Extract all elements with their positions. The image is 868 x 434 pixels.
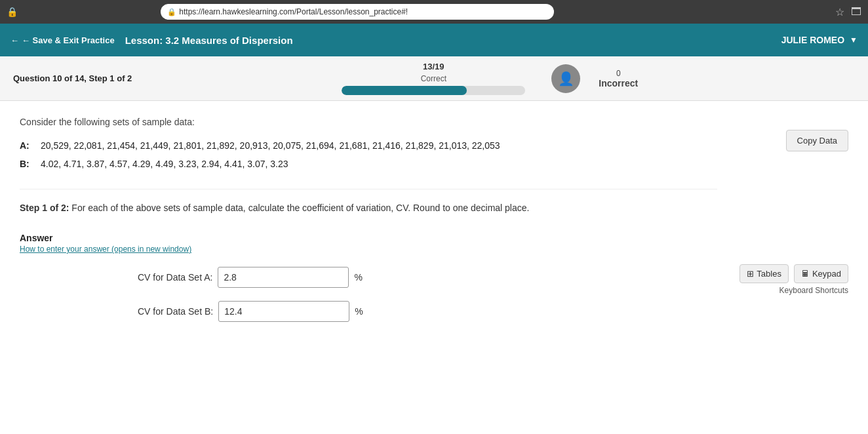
copy-data-button[interactable]: Copy Data [786, 130, 848, 151]
cv-a-input-row: CV for Data Set A: % [138, 267, 717, 288]
dataset-a-values: 20,529, 22,081, 21,454, 21,449, 21,801, … [41, 140, 500, 151]
dataset-b-values: 4.02, 4.71, 3.87, 4.57, 4.29, 4.49, 3.23… [41, 159, 288, 169]
incorrect-label: Incorrect [599, 78, 638, 89]
table-icon: ⊞ [747, 269, 754, 279]
avatar-area: 👤 [551, 64, 580, 93]
answer-heading: Answer [20, 233, 717, 243]
cv-a-percent: % [354, 272, 362, 283]
progress-bar-fill [342, 86, 466, 95]
incorrect-count: 0 [616, 69, 621, 78]
progress-label: 13/19 [423, 62, 444, 71]
lock-icon: 🔒 [7, 7, 18, 17]
keypad-icon: 🖩 [801, 269, 810, 279]
cv-b-input-row: CV for Data Set B: % [138, 301, 717, 322]
sub-header: Question 10 of 14, Step 1 of 2 13/19 Cor… [0, 56, 868, 101]
cv-b-label: CV for Data Set B: [138, 306, 213, 317]
dataset-a-row: A: 20,529, 22,081, 21,454, 21,449, 21,80… [20, 140, 717, 151]
url-bar: 🔒 https://learn.hawkeslearning.com/Porta… [161, 4, 554, 20]
back-arrow-icon: ← [10, 35, 19, 45]
browser-icons: ☆ 🗖 [835, 6, 861, 18]
cv-b-input[interactable] [218, 301, 349, 322]
tables-label: Tables [757, 269, 781, 279]
correct-sublabel: Correct [421, 74, 446, 83]
consider-text: Consider the following sets of sample da… [20, 117, 717, 127]
back-label: ← Save & Exit Practice [22, 35, 115, 45]
user-area: JULIE ROMEO ▼ [781, 35, 858, 45]
tools-row: ⊞ Tables 🖩 Keypad [740, 264, 848, 283]
back-button[interactable]: ← ← Save & Exit Practice [10, 35, 115, 45]
cv-b-percent: % [355, 306, 363, 317]
tables-button[interactable]: ⊞ Tables [740, 264, 789, 283]
keypad-label: Keypad [812, 269, 841, 279]
step-rest: For each of the above sets of sample dat… [69, 203, 529, 213]
answer-link[interactable]: How to enter your answer (opens in new w… [20, 245, 191, 254]
progress-fraction: 13/19 [423, 62, 444, 71]
keypad-button[interactable]: 🖩 Keypad [794, 264, 848, 283]
keyboard-shortcuts-label: Keyboard Shortcuts [779, 286, 848, 295]
lesson-title: Lesson: 3.2 Measures of Dispersion [125, 35, 293, 46]
avatar-icon: 👤 [558, 71, 574, 87]
progress-bar [342, 86, 525, 95]
content-wrapper: Consider the following sets of sample da… [20, 117, 848, 322]
incorrect-area: 0 Incorrect [599, 69, 638, 89]
avatar: 👤 [551, 64, 580, 93]
star-icon: ☆ [835, 6, 844, 18]
user-dropdown-arrow[interactable]: ▼ [850, 35, 858, 45]
cv-a-input[interactable] [218, 267, 349, 288]
page-container: 🔒 🔒 https://learn.hawkeslearning.com/Por… [0, 0, 868, 434]
dataset-a-label: A: [20, 140, 35, 151]
tools-area: ⊞ Tables 🖩 Keypad Keyboard Shortcuts [740, 264, 848, 295]
browser-bar: 🔒 🔒 https://learn.hawkeslearning.com/Por… [0, 0, 868, 24]
answer-section: Answer How to enter your answer (opens i… [20, 233, 717, 254]
url-lock-icon: 🔒 [167, 8, 176, 16]
right-sidebar: Copy Data ⊞ Tables 🖩 Keypad Keyboard Sho… [730, 117, 848, 322]
window-icon: 🗖 [851, 6, 861, 18]
dataset-b-row: B: 4.02, 4.71, 3.87, 4.57, 4.29, 4.49, 3… [20, 159, 717, 169]
question-info: Question 10 of 14, Step 1 of 2 [13, 73, 132, 83]
cv-a-label: CV for Data Set A: [138, 272, 212, 283]
step-bold: Step 1 of 2: [20, 203, 69, 213]
url-text: https://learn.hawkeslearning.com/Portal/… [179, 7, 408, 16]
progress-area: 13/19 Correct [342, 62, 525, 95]
content-area: Consider the following sets of sample da… [0, 101, 868, 434]
step-instruction: Step 1 of 2: For each of the above sets … [20, 189, 717, 213]
dataset-b-label: B: [20, 159, 35, 169]
app-header: ← ← Save & Exit Practice Lesson: 3.2 Mea… [0, 24, 868, 56]
user-name: JULIE ROMEO [781, 35, 844, 45]
content-left: Consider the following sets of sample da… [20, 117, 717, 322]
